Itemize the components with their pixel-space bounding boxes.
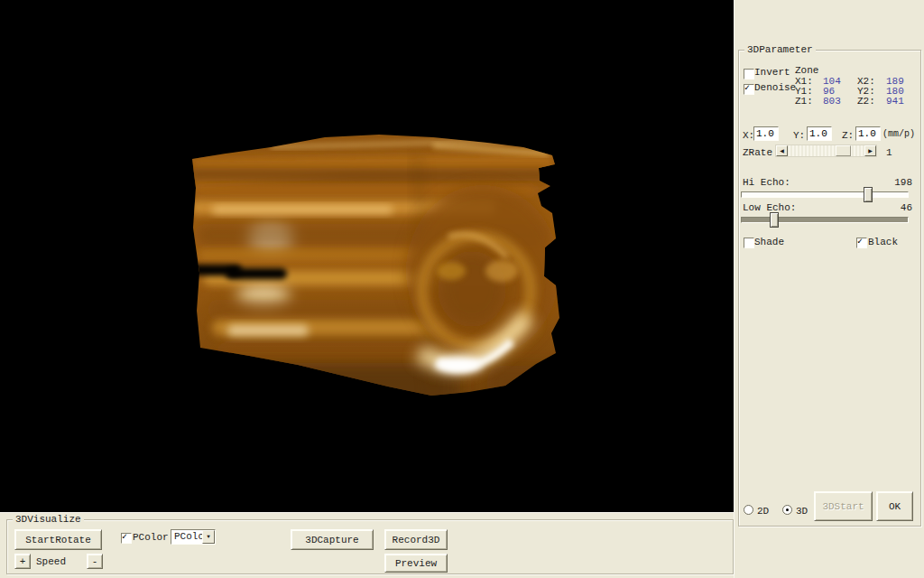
- zrate-left-arrow[interactable]: ◀: [776, 145, 788, 156]
- hi-echo-thumb[interactable]: [864, 187, 873, 202]
- dropdown-button[interactable]: ▼: [202, 530, 215, 544]
- zone-z1-value: 803: [823, 96, 841, 107]
- zrate-thumb[interactable]: [836, 145, 851, 156]
- scale-unit-label: (mm/p): [882, 129, 915, 140]
- low-echo-track[interactable]: [741, 217, 909, 223]
- pcolor-dropdown[interactable]: PColor ▼: [171, 529, 216, 545]
- zone-z1-label: Z1:: [795, 96, 813, 107]
- low-echo-slider[interactable]: [741, 212, 909, 228]
- 3dcapture-button[interactable]: 3DCapture: [291, 529, 374, 550]
- hi-echo-slider[interactable]: [741, 187, 909, 203]
- preview-button[interactable]: Preview: [384, 554, 448, 573]
- denoise-checkbox[interactable]: ✓: [744, 84, 754, 95]
- zrate-right-arrow[interactable]: ▶: [864, 145, 876, 156]
- parameter-group-title: 3DParameter: [744, 43, 816, 56]
- parameter-panel: 3DParameter Invert ✓ Denoise Zone X1: 10…: [734, 0, 924, 578]
- zrate-scrollbar[interactable]: ◀ ▶: [775, 144, 877, 157]
- zone-z2-value: 941: [886, 96, 904, 107]
- mode-3d-label: 3D: [796, 506, 808, 517]
- speed-plus-button[interactable]: +: [14, 554, 31, 569]
- mode-2d-label: 2D: [757, 506, 769, 517]
- black-label: Black: [868, 237, 898, 247]
- shade-checkbox[interactable]: [744, 238, 754, 248]
- visualize-panel: 3DVisualize StartRotate + Speed - ✓ PCol…: [0, 512, 734, 578]
- z-scale-label: Z:: [842, 130, 854, 141]
- arrow-right-icon: ▶: [868, 148, 873, 154]
- start-rotate-button[interactable]: StartRotate: [14, 529, 102, 550]
- chevron-down-icon: ▼: [207, 535, 210, 540]
- check-mark: ✓: [122, 532, 127, 542]
- invert-label: Invert: [754, 67, 790, 78]
- zone-z2-label: Z2:: [857, 96, 875, 107]
- zrate-value: 1: [886, 147, 892, 158]
- app-window: 3DParameter Invert ✓ Denoise Zone X1: 10…: [0, 0, 924, 578]
- 3dstart-button[interactable]: 3DStart: [814, 491, 873, 521]
- mode-2d-radio[interactable]: [744, 505, 753, 515]
- black-checkbox[interactable]: ✓: [856, 238, 867, 248]
- parameter-groupbox: 3DParameter Invert ✓ Denoise Zone X1: 10…: [738, 50, 921, 527]
- y-scale-input[interactable]: [807, 126, 832, 141]
- check-mark: ✓: [857, 237, 863, 247]
- denoise-label: Denoise: [754, 82, 796, 93]
- record3d-button[interactable]: Record3D: [384, 529, 448, 550]
- shade-label: Shade: [754, 237, 784, 247]
- pcolor-checkbox[interactable]: ✓: [121, 533, 132, 544]
- visualize-groupbox: 3DVisualize StartRotate + Speed - ✓ PCol…: [6, 519, 734, 574]
- visualize-group-title: 3DVisualize: [13, 513, 84, 526]
- low-echo-thumb[interactable]: [770, 212, 779, 228]
- arrow-left-icon: ◀: [780, 148, 784, 154]
- ok-button[interactable]: OK: [876, 491, 913, 521]
- y-scale-label: Y:: [793, 130, 805, 141]
- mode-3d-radio[interactable]: [782, 505, 792, 515]
- zrate-label: ZRate: [743, 147, 772, 158]
- check-mark: ✓: [744, 83, 750, 93]
- render-viewport[interactable]: [0, 0, 734, 512]
- speed-minus-button[interactable]: -: [87, 554, 103, 569]
- speed-label: Speed: [36, 556, 66, 567]
- z-scale-input[interactable]: [855, 126, 881, 141]
- hi-echo-track[interactable]: [741, 191, 909, 198]
- zone-label: Zone: [795, 65, 818, 76]
- volume-render: [0, 0, 734, 512]
- pcolor-label: PColor: [133, 532, 169, 543]
- x-scale-input[interactable]: [753, 126, 779, 141]
- invert-checkbox[interactable]: [744, 69, 754, 79]
